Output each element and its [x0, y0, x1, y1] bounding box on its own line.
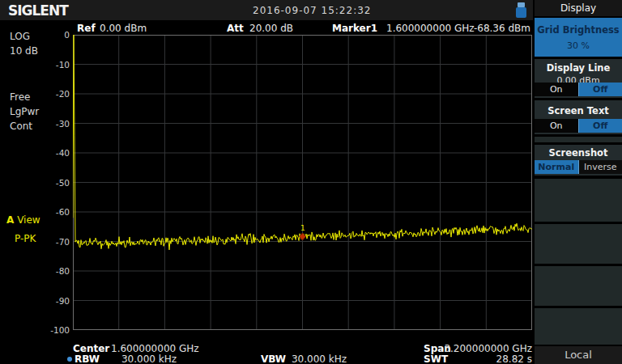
y-tick-label: -80 [37, 266, 70, 276]
screenshot-label: Screenshot [535, 145, 622, 159]
attenuation-value: 20.00 dB [249, 23, 293, 34]
spectrum-analyzer-screen: SIGLENT 2016-09-07 15:22:32 LOG 10 dB Fr… [0, 0, 622, 364]
usb-drive-icon [516, 2, 527, 18]
rbw-coupled-indicator-icon [67, 357, 72, 362]
center-freq-value: 1.600000000 GHz [111, 343, 199, 354]
screenshot-inverse-option[interactable]: Inverse [579, 160, 622, 174]
blank-softkey-1 [535, 179, 622, 222]
y-tick-label: -50 [37, 178, 70, 188]
display-line-button[interactable]: Display Line 0.00 dBm On Off [535, 59, 622, 98]
y-tick-label: -20 [37, 89, 70, 99]
vbw-label: VBW [261, 353, 286, 364]
marker1-label: Marker1 [332, 23, 377, 34]
y-tick-label: -40 [37, 148, 70, 158]
ref-level-label: Ref [77, 23, 96, 34]
screenshot-normal-option[interactable]: Normal [535, 160, 579, 174]
screen-text-on-option[interactable]: On [535, 119, 578, 133]
attenuation-label: Att [227, 23, 244, 34]
y-tick-label: -100 [37, 325, 70, 335]
rbw-value: 30.000 kHz [105, 353, 177, 364]
softkey-menu-panel: Display Grid Brightness 30 % Display Lin… [535, 0, 622, 364]
y-tick-label: -10 [37, 60, 70, 70]
spectrum-graph: 1 [73, 35, 532, 330]
screenshot-toggle: Normal Inverse [535, 160, 622, 174]
datetime-display: 2016-09-07 15:22:32 [253, 5, 371, 16]
span-value: 3.200000000 GHz [441, 343, 532, 354]
marker1-amplitude: -68.36 dBm [458, 23, 530, 34]
y-tick-label: -70 [37, 237, 70, 247]
display-line-toggle: On Off [535, 83, 622, 96]
top-bar: SIGLENT 2016-09-07 15:22:32 [0, 0, 533, 20]
screen-text-button[interactable]: Screen Text On Off [535, 100, 622, 134]
y-tick-label: -60 [37, 207, 70, 217]
grid-brightness-label: Grid Brightness [535, 18, 622, 36]
display-line-on-option[interactable]: On [535, 83, 578, 96]
center-freq-label: Center [73, 343, 109, 354]
y-tick-label: 0 [37, 30, 70, 40]
siglent-logo: SIGLENT [8, 2, 68, 19]
screenshot-button[interactable]: Screenshot Normal Inverse [535, 145, 622, 176]
rbw-label: RBW [75, 353, 100, 364]
blank-softkey-2 [535, 224, 622, 264]
y-tick-label: -30 [37, 119, 70, 129]
menu-title: Display [535, 0, 622, 18]
marker1-id: 1 [300, 224, 305, 232]
screen-text-label: Screen Text [535, 100, 622, 116]
blank-softkey-4 [535, 308, 622, 345]
ref-level-value: 0.00 dBm [100, 23, 147, 34]
screen-text-toggle: On Off [535, 119, 622, 133]
y-axis-labels: 0-10-20-30-40-50-60-70-80-90-100 [0, 35, 70, 330]
usb-body [516, 7, 526, 18]
screen-text-off-option[interactable]: Off [578, 119, 622, 133]
grid-brightness-button[interactable]: Grid Brightness 30 % [535, 18, 622, 57]
marker1-diamond-icon [300, 233, 306, 240]
swt-value: 28.82 s [441, 353, 532, 364]
blank-softkey-3 [535, 266, 622, 306]
local-button[interactable]: Local [535, 346, 622, 364]
y-tick-label: -90 [37, 296, 70, 306]
display-line-label: Display Line [535, 59, 622, 74]
menu-spacer [535, 137, 622, 142]
display-line-off-option[interactable]: Off [578, 83, 622, 96]
vbw-value: 30.000 kHz [283, 353, 347, 364]
grid-brightness-value: 30 % [535, 36, 622, 51]
